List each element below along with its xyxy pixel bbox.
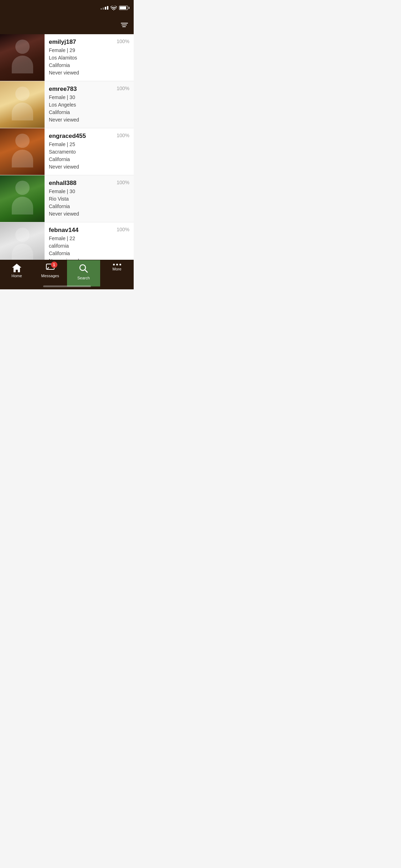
profile-username: enhall388 (49, 180, 113, 187)
profile-list-item[interactable]: emilyj187 Female | 29 Los Alamitos Calif… (0, 34, 134, 81)
profile-match: 100% (116, 34, 134, 81)
messages-badge-container: 1 (46, 264, 55, 272)
nav-item-search[interactable]: Search (67, 260, 101, 286)
profile-username: engraced455 (49, 133, 113, 140)
nav-label-messages: Messages (41, 274, 59, 278)
profile-photo (0, 175, 45, 222)
nav-label-search: Search (77, 276, 90, 280)
profile-photo (0, 128, 45, 175)
profile-list-item[interactable]: engraced455 Female | 25 Sacramento Calif… (0, 128, 134, 175)
profile-match: 100% (116, 81, 134, 128)
profile-list-item[interactable]: emree783 Female | 30 Los Angeles Califor… (0, 81, 134, 128)
profile-state: California (49, 250, 113, 257)
profile-gender-age: Female | 22 (49, 235, 113, 242)
filter-line-2 (122, 25, 127, 25)
profile-match: 100% (116, 128, 134, 175)
status-icons (101, 5, 128, 10)
profile-city: Sacramento (49, 148, 113, 156)
nav-item-messages[interactable]: 1 Messages (34, 263, 67, 278)
profile-viewed: Never viewed (49, 163, 113, 171)
profile-viewed: Never viewed (49, 116, 113, 124)
photo-placeholder (0, 128, 45, 175)
home-icon (12, 264, 21, 272)
profile-info: emilyj187 Female | 29 Los Alamitos Calif… (45, 34, 116, 81)
profile-username: emilyj187 (49, 38, 113, 46)
home-indicator (43, 285, 91, 287)
profile-gender-age: Female | 30 (49, 94, 113, 101)
wifi-icon (110, 5, 117, 10)
profile-info: enhall388 Female | 30 Rio Vista Californ… (45, 175, 116, 222)
messages-badge: 1 (51, 262, 57, 268)
nav-label-more: More (113, 267, 122, 271)
profile-city: california (49, 242, 113, 250)
bottom-nav: Home 1 Messages Search More (0, 260, 134, 289)
profile-username: febnav144 (49, 227, 113, 234)
signal-icon (101, 6, 108, 10)
profile-list-item[interactable]: enhall388 Female | 30 Rio Vista Californ… (0, 175, 134, 222)
profile-info: engraced455 Female | 25 Sacramento Calif… (45, 128, 116, 175)
profile-city: Los Alamitos (49, 54, 113, 62)
nav-item-home[interactable]: Home (0, 263, 34, 278)
search-nav-icon (79, 264, 88, 274)
battery-icon (119, 6, 128, 10)
profile-state: California (49, 109, 113, 116)
photo-placeholder (0, 81, 45, 128)
profile-list: emilyj187 Female | 29 Los Alamitos Calif… (0, 34, 134, 268)
profile-photo (0, 81, 45, 128)
profile-photo (0, 34, 45, 81)
nav-label-home: Home (11, 274, 22, 278)
profile-gender-age: Female | 29 (49, 47, 113, 54)
profile-state: California (49, 62, 113, 69)
more-icon (113, 264, 121, 265)
status-bar (0, 0, 134, 16)
filter-line-1 (121, 23, 128, 24)
page-header (0, 16, 134, 34)
profile-city: Rio Vista (49, 195, 113, 203)
search-icon (79, 264, 88, 273)
photo-placeholder (0, 34, 45, 81)
profile-viewed: Never viewed (49, 210, 113, 218)
svg-line-2 (85, 270, 87, 272)
profile-state: California (49, 156, 113, 163)
nav-item-more[interactable]: More (100, 263, 134, 271)
profile-state: California (49, 203, 113, 210)
profile-viewed: Never viewed (49, 69, 113, 77)
profile-match: 100% (116, 175, 134, 222)
profile-city: Los Angeles (49, 101, 113, 109)
filter-button[interactable] (121, 23, 128, 27)
filter-line-3 (122, 26, 126, 27)
profile-username: emree783 (49, 86, 113, 93)
profile-info: emree783 Female | 30 Los Angeles Califor… (45, 81, 116, 128)
profile-gender-age: Female | 25 (49, 141, 113, 148)
photo-placeholder (0, 175, 45, 222)
profile-gender-age: Female | 30 (49, 188, 113, 195)
